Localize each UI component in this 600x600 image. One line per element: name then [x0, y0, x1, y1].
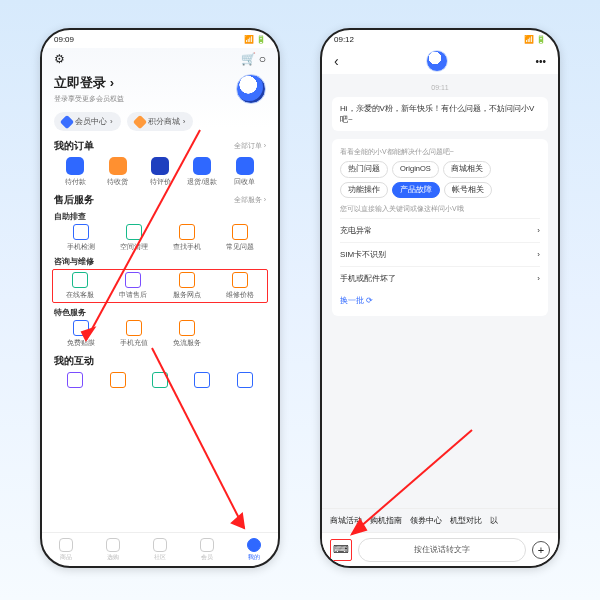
keyboard-icon[interactable]: ⌨ — [330, 539, 352, 561]
pill-label: 积分商城 — [148, 116, 180, 127]
settings-icon[interactable]: ⚙ — [54, 52, 68, 66]
profile-screen: 09:09 📶🔋 ⚙ 🛒 ○ 立即登录 › 登录享受更多会员权益 会员中心 › … — [40, 28, 280, 568]
after-title: 售后服务 — [54, 193, 94, 207]
top-right-icons: 🛒 ○ — [241, 52, 266, 66]
order-item[interactable]: 待评价 — [139, 157, 181, 187]
chevron-right-icon: › — [537, 273, 540, 284]
orders-title: 我的订单 — [54, 139, 94, 153]
status-bar: 09:12 📶🔋 — [322, 30, 558, 48]
chat-header: ‹ ••• — [322, 48, 558, 74]
quick-chip[interactable]: 以 — [490, 515, 498, 526]
svc-item[interactable]: 维修价格 — [214, 272, 268, 300]
chat-screen: 09:12 📶🔋 ‹ ••• 09:11 Hi，亲爱的V粉，新年快乐！有什么问题… — [320, 28, 560, 568]
inter-item[interactable] — [139, 372, 181, 388]
svc-item[interactable]: 查找手机 — [160, 224, 213, 252]
nav-item-active[interactable]: 我的 — [247, 538, 261, 562]
input-bar: ⌨ 按住说话转文字 + — [322, 532, 558, 566]
login-subtitle: 登录享受更多会员权益 — [54, 94, 124, 104]
order-item[interactable]: 待付款 — [54, 157, 96, 187]
order-item[interactable]: 待收货 — [96, 157, 138, 187]
special-tag: 特色服务 — [54, 307, 266, 318]
nav-item[interactable]: 选购 — [106, 538, 120, 562]
interact-title: 我的互动 — [54, 354, 94, 368]
inter-item[interactable] — [54, 372, 96, 388]
svc-item[interactable]: 免费贴膜 — [54, 320, 107, 348]
avatar[interactable] — [236, 74, 266, 104]
cart-icon[interactable]: 🛒 — [241, 52, 256, 66]
faq-item[interactable]: 充电异常› — [340, 218, 540, 242]
back-icon[interactable]: ‹ — [334, 53, 339, 69]
nav-item[interactable]: 商品 — [59, 538, 73, 562]
faq-item[interactable]: SIM卡不识别› — [340, 242, 540, 266]
status-icons: 📶🔋 — [242, 35, 266, 44]
nav-item[interactable]: 会员 — [200, 538, 214, 562]
topic-chip[interactable]: 功能操作 — [340, 182, 388, 199]
voice-input-button[interactable]: 按住说话转文字 — [358, 538, 526, 562]
svc-item[interactable]: 免流服务 — [160, 320, 213, 348]
message-icon[interactable]: ○ — [259, 52, 266, 66]
svc-item[interactable]: 空间清理 — [107, 224, 160, 252]
topic-chip[interactable]: 帐号相关 — [444, 182, 492, 199]
chevron-right-icon: › — [110, 75, 114, 90]
pill-member-center[interactable]: 会员中心 › — [54, 112, 121, 131]
help-bubble: 看看全能的小V都能解决什么问题吧~ 热门问题 OriginOS 商城相关 功能操… — [332, 139, 548, 315]
refresh-button[interactable]: 换一批 ⟳ — [340, 291, 540, 310]
login-title: 立即登录 — [54, 75, 106, 90]
chevron-right-icon: › — [537, 249, 540, 260]
self-check-tag: 自助排查 — [54, 211, 266, 222]
help-tip: 看看全能的小V都能解决什么问题吧~ — [340, 147, 540, 157]
bot-avatar — [426, 50, 448, 72]
pill-label: 会员中心 — [75, 116, 107, 127]
orders-row: 待付款 待收货 待评价 退货/退款 回收单 — [54, 157, 266, 187]
bottom-quick-chips: 商城活动 购机指南 领券中心 机型对比 以 — [322, 508, 558, 532]
consult-tag: 咨询与维修 — [54, 256, 266, 267]
more-icon[interactable]: ••• — [535, 56, 546, 67]
svc-item[interactable]: 手机检测 — [54, 224, 107, 252]
chat-timestamp: 09:11 — [332, 84, 548, 91]
svc-item[interactable]: 手机充值 — [107, 320, 160, 348]
ask-tip: 您可以直接输入关键词或像这样问小V哦 — [340, 204, 540, 214]
quick-chip[interactable]: 机型对比 — [450, 515, 482, 526]
svc-item[interactable]: 常见问题 — [213, 224, 266, 252]
after-more[interactable]: 全部服务 › — [234, 195, 266, 205]
greeting-bubble: Hi，亲爱的V粉，新年快乐！有什么问题，不妨问问小V吧~ — [332, 97, 548, 131]
order-item[interactable]: 回收单 — [224, 157, 266, 187]
consult-highlight-box: 在线客服 申请售后 服务网点 维修价格 — [52, 269, 268, 303]
inter-item[interactable] — [96, 372, 138, 388]
topic-chip[interactable]: 商城相关 — [443, 161, 491, 178]
orders-more[interactable]: 全部订单 › — [234, 141, 266, 151]
topic-chip-active[interactable]: 产品故障 — [392, 182, 440, 199]
order-item[interactable]: 退货/退款 — [181, 157, 223, 187]
inter-item[interactable] — [224, 372, 266, 388]
quick-chip[interactable]: 购机指南 — [370, 515, 402, 526]
svc-item[interactable]: 服务网点 — [160, 272, 214, 300]
topic-chips: 热门问题 OriginOS 商城相关 功能操作 产品故障 帐号相关 — [340, 161, 540, 198]
quick-chip[interactable]: 商城活动 — [330, 515, 362, 526]
bottom-nav: 商品 选购 社区 会员 我的 — [42, 532, 278, 566]
login-block[interactable]: 立即登录 › 登录享受更多会员权益 — [54, 74, 124, 104]
svc-online-support[interactable]: 在线客服 — [53, 272, 107, 300]
pill-points-mall[interactable]: 积分商城 › — [127, 112, 194, 131]
topic-chip[interactable]: OriginOS — [392, 161, 439, 178]
svc-item[interactable]: 申请售后 — [107, 272, 161, 300]
topic-chip[interactable]: 热门问题 — [340, 161, 388, 178]
quick-chip[interactable]: 领券中心 — [410, 515, 442, 526]
plus-icon[interactable]: + — [532, 541, 550, 559]
status-icons: 📶🔋 — [522, 35, 546, 44]
faq-item[interactable]: 手机或配件坏了› — [340, 266, 540, 290]
status-bar: 09:09 📶🔋 — [42, 30, 278, 48]
nav-item[interactable]: 社区 — [153, 538, 167, 562]
status-time: 09:12 — [334, 35, 354, 44]
inter-item[interactable] — [181, 372, 223, 388]
chevron-right-icon: › — [537, 225, 540, 236]
status-time: 09:09 — [54, 35, 74, 44]
